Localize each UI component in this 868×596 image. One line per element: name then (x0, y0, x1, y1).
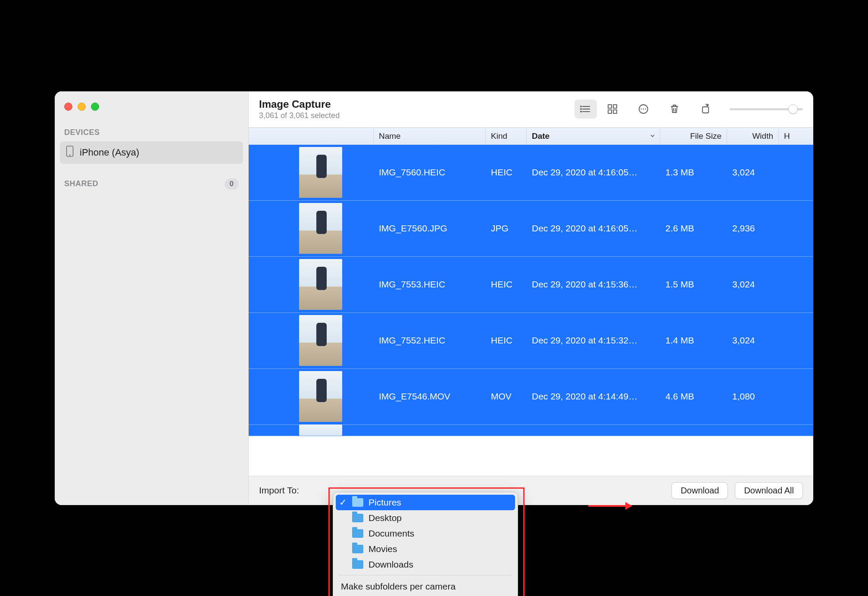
cell-size: 1.5 MB (660, 257, 727, 312)
sidebar: DEVICES iPhone (Asya) SHARED 0 (55, 91, 249, 505)
grid-view-button[interactable] (601, 100, 624, 119)
folder-icon (352, 498, 363, 507)
svg-point-15 (645, 109, 646, 109)
folder-icon (352, 545, 363, 553)
cell-date: Dec 29, 2020 at 4:15:32… (527, 313, 660, 368)
svg-point-1 (69, 154, 71, 156)
slider-knob-icon[interactable] (788, 104, 798, 114)
cell-kind: JPG (486, 201, 527, 256)
rotate-button[interactable] (694, 100, 717, 119)
download-all-button[interactable]: Download All (735, 482, 803, 499)
svg-point-5 (581, 106, 581, 107)
menu-separator (338, 575, 512, 575)
cell-width: 3,024 (727, 145, 779, 200)
column-thumbnail[interactable] (249, 128, 374, 144)
table-header: Name Kind Date File Size Width H (249, 128, 813, 145)
menu-item-label: Downloads (368, 559, 413, 570)
svg-rect-8 (608, 105, 612, 108)
cell-name: IMG_7560.HEIC (374, 145, 486, 200)
menu-item-movies[interactable]: Movies (333, 541, 518, 557)
column-name[interactable]: Name (374, 128, 486, 144)
thumbnail-icon (299, 371, 342, 422)
table-row[interactable]: IMG_7553.HEICHEICDec 29, 2020 at 4:15:36… (249, 257, 813, 313)
subfolders-option[interactable]: Make subfolders per camera (333, 578, 518, 595)
shared-count-badge: 0 (225, 178, 239, 190)
menu-item-pictures[interactable]: ✓Pictures (336, 495, 515, 510)
device-label: iPhone (Asya) (80, 147, 139, 158)
page-title: Image Capture (259, 98, 340, 110)
table-row[interactable]: IMG_7560.HEICHEICDec 29, 2020 at 4:16:05… (249, 145, 813, 201)
cell-date: Dec 29, 2020 at 4:15:36… (527, 257, 660, 312)
cell-size: 1.3 MB (660, 145, 727, 200)
folder-icon (352, 514, 363, 522)
column-kind[interactable]: Kind (486, 128, 527, 144)
column-size[interactable]: File Size (660, 128, 727, 144)
cell-width: 1,080 (727, 369, 779, 424)
table-row[interactable] (249, 425, 813, 436)
thumbnail-icon (299, 203, 342, 254)
thumbnail-icon (299, 424, 342, 436)
menu-item-desktop[interactable]: Desktop (333, 510, 518, 526)
cell-name: IMG_7552.HEIC (374, 313, 486, 368)
folder-icon (352, 529, 363, 538)
cell-date: Dec 29, 2020 at 4:16:05… (527, 201, 660, 256)
close-window-icon[interactable] (64, 103, 72, 111)
thumbnail-size-slider[interactable] (730, 108, 803, 110)
thumbnail-icon (299, 147, 342, 198)
svg-rect-10 (608, 110, 612, 113)
toolbar: Image Capture 3,061 of 3,061 selected (249, 91, 813, 128)
thumbnail-icon (299, 315, 342, 366)
annotation-arrow-icon (588, 505, 631, 507)
cell-name: IMG_E7546.MOV (374, 369, 486, 424)
menu-item-label: Desktop (368, 513, 402, 523)
menu-item-label: Documents (368, 528, 414, 539)
column-width[interactable]: Width (727, 128, 779, 144)
menu-item-documents[interactable]: Documents (333, 526, 518, 541)
list-view-button[interactable] (575, 100, 597, 119)
chevron-down-icon (649, 131, 656, 141)
svg-point-14 (643, 109, 644, 109)
table-body: IMG_7560.HEICHEICDec 29, 2020 at 4:16:05… (249, 145, 813, 476)
main-panel: Image Capture 3,061 of 3,061 selected Na… (249, 91, 813, 505)
table-row[interactable]: IMG_E7560.JPGJPGDec 29, 2020 at 4:16:05…… (249, 201, 813, 257)
cell-date: Dec 29, 2020 at 4:16:05… (527, 145, 660, 200)
cell-kind: MOV (486, 369, 527, 424)
cell-size: 4.6 MB (660, 369, 727, 424)
delete-button[interactable] (663, 100, 686, 119)
svg-point-13 (641, 109, 642, 109)
cell-kind: HEIC (486, 313, 527, 368)
image-capture-window: DEVICES iPhone (Asya) SHARED 0 Image Cap… (55, 91, 813, 505)
table-row[interactable]: IMG_7552.HEICHEICDec 29, 2020 at 4:15:32… (249, 313, 813, 369)
cell-name: IMG_E7560.JPG (374, 201, 486, 256)
minimize-window-icon[interactable] (78, 103, 86, 111)
thumbnail-icon (299, 259, 342, 310)
checkmark-icon: ✓ (339, 497, 347, 508)
column-date[interactable]: Date (527, 128, 660, 144)
download-button[interactable]: Download (671, 482, 728, 499)
cell-size: 1.4 MB (660, 313, 727, 368)
menu-item-downloads[interactable]: Downloads (333, 557, 518, 572)
shared-heading: SHARED (64, 179, 98, 188)
cell-kind: HEIC (486, 257, 527, 312)
svg-rect-11 (613, 110, 617, 113)
menu-item-label: Movies (368, 544, 397, 554)
more-actions-button[interactable] (632, 100, 655, 119)
svg-point-6 (581, 109, 581, 109)
selection-subtitle: 3,061 of 3,061 selected (259, 111, 340, 120)
phone-icon (66, 146, 74, 159)
svg-rect-18 (703, 107, 709, 113)
sidebar-item-iphone[interactable]: iPhone (Asya) (60, 141, 243, 164)
table-row[interactable]: IMG_E7546.MOVMOVDec 29, 2020 at 4:14:49…… (249, 369, 813, 425)
import-destination-menu: ✓PicturesDesktopDocumentsMoviesDownloads… (333, 492, 518, 596)
cell-width: 2,936 (727, 201, 779, 256)
devices-heading: DEVICES (55, 122, 248, 141)
svg-rect-9 (613, 105, 617, 108)
cell-name: IMG_7553.HEIC (374, 257, 486, 312)
window-controls (55, 98, 248, 122)
svg-point-7 (581, 111, 581, 112)
cell-width: 3,024 (727, 313, 779, 368)
folder-icon (352, 560, 363, 569)
column-height[interactable]: H (779, 128, 813, 144)
import-to-label: Import To: (259, 485, 299, 496)
fullscreen-window-icon[interactable] (91, 103, 99, 111)
